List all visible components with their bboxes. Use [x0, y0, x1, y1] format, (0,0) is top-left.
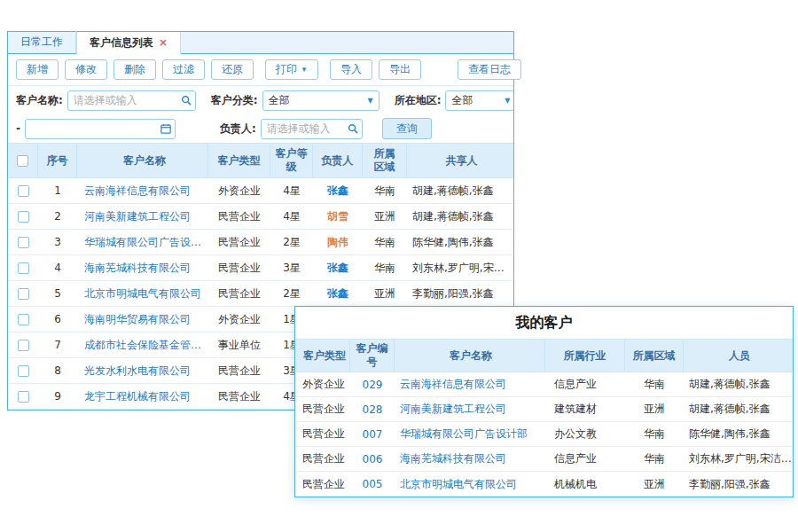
- customer-name-link[interactable]: 北京市明城电气有限公司: [400, 477, 545, 492]
- my-customer-row[interactable]: 民营企业 007 华瑞城有限公司广告设计部 办公文教 华南 陈华健,陶伟,张鑫: [295, 422, 793, 447]
- row-index: 7: [38, 339, 77, 351]
- date-input[interactable]: [25, 119, 176, 139]
- customer-name-input[interactable]: [67, 90, 196, 111]
- shared-people: 胡建,蒋德帧,张鑫: [412, 209, 513, 224]
- owner-link[interactable]: 张鑫: [327, 262, 348, 274]
- row-checkbox[interactable]: [18, 237, 29, 248]
- chevron-down-icon: ▼: [367, 97, 372, 105]
- customer-name-link[interactable]: 海南芜城科技有限公司: [84, 261, 208, 276]
- customer-row[interactable]: 4 海南芜城科技有限公司 民营企业 3星 张鑫 华南 刘东林,罗广明,宋洁然,张…: [8, 255, 513, 281]
- customer-name-link[interactable]: 海南明华贸易有限公司: [84, 312, 208, 327]
- export-button-label: 导出: [389, 62, 411, 77]
- row-checkbox-cell: [8, 391, 38, 403]
- owner-link[interactable]: 张鑫: [327, 287, 348, 300]
- customer-type: 民营企业: [208, 389, 270, 404]
- region: 亚洲: [363, 209, 407, 224]
- query-button[interactable]: 查询: [382, 118, 432, 139]
- header-owner: 负责人: [313, 144, 363, 177]
- select-all-checkbox[interactable]: [17, 155, 28, 167]
- customer-no-link[interactable]: 007: [363, 428, 383, 441]
- region: 亚洲: [363, 286, 407, 301]
- print-button-label: 打印: [276, 62, 297, 77]
- customer-name-link[interactable]: 云南海祥信息有限公司: [400, 377, 545, 392]
- restore-button[interactable]: 还原: [211, 59, 254, 80]
- edit-button[interactable]: 修改: [65, 59, 107, 80]
- row-checkbox[interactable]: [18, 365, 29, 377]
- region: 华南: [625, 451, 684, 466]
- row-checkbox-cell: [8, 262, 38, 274]
- my-customer-row[interactable]: 民营企业 028 河南美新建筑工程公司 建筑建材 亚洲 胡建,蒋德帧,张鑫: [295, 397, 793, 422]
- filter-button[interactable]: 过滤: [162, 59, 205, 80]
- my-customers-panel: 我的客户 客户类型 客户编号 客户名称 所属行业 所属区域 人员 外资企业 02…: [294, 306, 794, 497]
- filter-row-1: 客户名称: 客户分类: 全部 ▼ 所在地区: 全部 ▼: [8, 86, 513, 114]
- export-button[interactable]: 导出: [379, 59, 421, 80]
- people: 李勤丽,阳强,张鑫: [689, 477, 793, 492]
- customer-row[interactable]: 5 北京市明城电气有限公司 民营企业 2星 张鑫 亚洲 李勤丽,阳强,张鑫: [8, 281, 513, 307]
- row-checkbox[interactable]: [18, 340, 29, 351]
- filter-button-label: 过滤: [173, 62, 194, 77]
- customer-type: 民营企业: [208, 235, 270, 250]
- shared-people: 刘东林,罗广明,宋洁然,张鑫: [412, 261, 513, 276]
- customer-row[interactable]: 1 云南海祥信息有限公司 外资企业 4星 张鑫 华南 胡建,蒋德帧,张鑫: [8, 178, 513, 204]
- customer-level: 3星: [270, 261, 313, 276]
- view-log-button[interactable]: 查看日志: [458, 59, 521, 80]
- owner-link[interactable]: 胡雪: [327, 210, 348, 223]
- customer-name-link[interactable]: 河南美新建筑工程公司: [400, 402, 545, 417]
- customer-type: 事业单位: [208, 338, 270, 353]
- row-checkbox[interactable]: [18, 314, 29, 325]
- tab-daily-work[interactable]: 日常工作: [8, 31, 76, 53]
- filter-row-2: - 负责人: 查询: [8, 114, 513, 143]
- customer-no-link[interactable]: 029: [363, 379, 383, 391]
- print-button[interactable]: 打印 ▼: [265, 59, 318, 80]
- customer-no-link[interactable]: 006: [363, 453, 383, 466]
- customer-name-inputbox: [67, 90, 196, 111]
- customer-name-link[interactable]: 北京市明城电气有限公司: [84, 286, 208, 301]
- owner-link[interactable]: 陶伟: [327, 236, 348, 248]
- customer-name-link[interactable]: 成都市社会保险基金管理...: [84, 338, 208, 353]
- people: 刘东林,罗广明,宋洁然...: [689, 451, 793, 466]
- import-button[interactable]: 导入: [330, 59, 372, 80]
- owner-link[interactable]: 张鑫: [327, 184, 348, 197]
- district-select[interactable]: 全部 ▼: [445, 90, 513, 111]
- calendar-icon[interactable]: [160, 123, 171, 134]
- customer-name-link[interactable]: 云南海祥信息有限公司: [84, 184, 208, 199]
- customer-name-link[interactable]: 龙宇工程机械有限公司: [84, 389, 208, 404]
- header-people: 人员: [684, 340, 793, 372]
- my-customer-row[interactable]: 外资企业 029 云南海祥信息有限公司 信息产业 华南 胡建,蒋德帧,张鑫: [295, 372, 793, 397]
- search-icon[interactable]: [181, 95, 192, 106]
- my-customers-header: 客户类型 客户编号 客户名称 所属行业 所属区域 人员: [295, 339, 793, 372]
- customer-no-link[interactable]: 005: [363, 478, 383, 490]
- search-icon[interactable]: [348, 123, 358, 134]
- customer-name-link[interactable]: 华瑞城有限公司广告设计部: [84, 235, 208, 250]
- tab-customer-list[interactable]: 客户信息列表 ×: [76, 32, 181, 54]
- close-icon[interactable]: ×: [159, 37, 168, 48]
- row-checkbox-cell: [8, 365, 38, 377]
- customer-level: 2星: [270, 235, 313, 250]
- customer-name-label: 客户名称:: [16, 93, 63, 108]
- delete-button-label: 删除: [124, 62, 145, 77]
- customer-type: 民营企业: [295, 477, 350, 492]
- my-customer-row[interactable]: 民营企业 005 北京市明城电气有限公司 机械机电 亚洲 李勤丽,阳强,张鑫: [295, 472, 793, 497]
- customer-name-link[interactable]: 海南芜城科技有限公司: [400, 451, 545, 466]
- row-checkbox[interactable]: [18, 262, 29, 274]
- my-customer-row[interactable]: 民营企业 006 海南芜城科技有限公司 信息产业 华南 刘东林,罗广明,宋洁然.…: [295, 447, 793, 472]
- industry: 机械机电: [545, 477, 625, 492]
- new-button[interactable]: 新增: [16, 59, 59, 80]
- row-checkbox[interactable]: [18, 185, 29, 197]
- delete-button[interactable]: 删除: [113, 59, 156, 80]
- edit-button-label: 修改: [75, 62, 97, 77]
- customer-name-link[interactable]: 光发水利水电有限公司: [84, 364, 208, 379]
- header-shared: 共享人: [407, 144, 513, 177]
- row-checkbox[interactable]: [18, 211, 29, 223]
- customer-row[interactable]: 3 华瑞城有限公司广告设计部 民营企业 2星 陶伟 华南 陈华健,陶伟,张鑫: [8, 230, 513, 255]
- row-checkbox[interactable]: [18, 288, 29, 300]
- customer-name-link[interactable]: 河南美新建筑工程公司: [84, 209, 208, 224]
- main-table-header: 序号 客户名称 客户类型 客户等级 负责人 所属区域 共享人: [8, 143, 513, 178]
- customer-row[interactable]: 2 河南美新建筑工程公司 民营企业 4星 胡雪 亚洲 胡建,蒋德帧,张鑫: [8, 204, 513, 230]
- row-checkbox[interactable]: [18, 391, 29, 403]
- customer-name-link[interactable]: 华瑞城有限公司广告设计部: [400, 426, 545, 442]
- category-select[interactable]: 全部 ▼: [262, 90, 379, 111]
- customer-no-link[interactable]: 028: [363, 403, 383, 416]
- shared-people: 李勤丽,阳强,张鑫: [412, 286, 513, 301]
- row-checkbox-cell: [8, 340, 38, 351]
